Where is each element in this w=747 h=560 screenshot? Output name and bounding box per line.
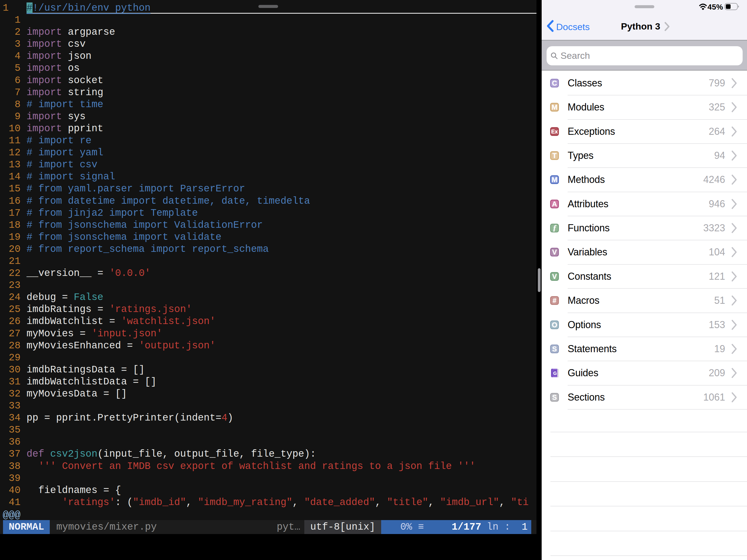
svg-text:G: G — [553, 371, 557, 376]
